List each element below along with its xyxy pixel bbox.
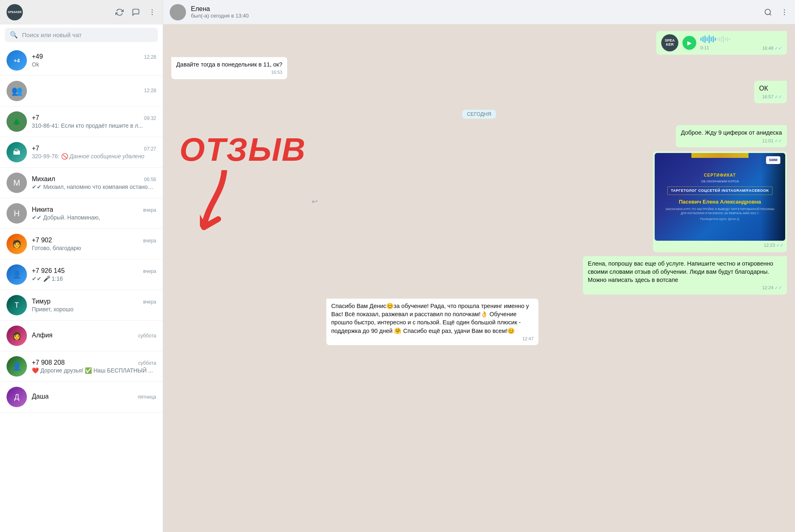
audio-message: SPEAKER ▶	[656, 31, 787, 55]
search-bar: 🔍	[0, 24, 163, 45]
chat-item[interactable]: +4 +49 12:28 Ok	[0, 45, 163, 76]
avatar: М	[7, 173, 27, 193]
chat-name: +7 902	[32, 237, 52, 244]
chat-name: +7	[32, 145, 39, 152]
chat-item[interactable]: 🌲 +7 09:32 310-86-41: Если кто продаёт п…	[0, 106, 163, 137]
message-row: Давайте тогда в понедельник в 11, ок? 16…	[171, 57, 787, 79]
text-message: ОК 16:57 ✓✓	[754, 81, 787, 104]
text-message: Спасибо Вам Денис😊за обучение! Рада, что…	[326, 299, 538, 346]
chat-info: Алфия суббота	[32, 332, 156, 340]
contact-avatar	[170, 4, 186, 20]
chat-info: Михаил 06:56 ✔✔ Михаил, напомню что комп…	[32, 175, 156, 190]
text-message: Елена, попрошу вас еще об услуге. Напиши…	[583, 256, 787, 295]
search-icon: 🔍	[10, 31, 18, 39]
chat-preview: Готово, благодарю	[32, 245, 156, 251]
svg-point-6	[784, 14, 785, 15]
chat-item[interactable]: 🏔 +7 07:27 320-99-76: 🚫 Данное сообщение…	[0, 137, 163, 168]
chat-item[interactable]: 👩 Алфия суббота	[0, 321, 163, 351]
chat-preview: 320-99-76: 🚫 Данное сообщение удалено	[32, 153, 156, 160]
otziv-text: ОТЗЫВ	[179, 133, 306, 166]
chat-item[interactable]: 🧑 +7 902 вчера Готово, благодарю	[0, 229, 163, 259]
search-input[interactable]	[22, 31, 153, 38]
more-options-icon[interactable]	[148, 8, 156, 16]
avatar: 🏔	[7, 142, 27, 162]
chat-info: +7 07:27 320-99-76: 🚫 Данное сообщение у…	[32, 145, 156, 160]
chat-time: вчера	[143, 238, 156, 244]
svg-point-1	[152, 12, 153, 13]
contact-info: Елена был(-а) сегодня в 13:40	[191, 5, 759, 19]
avatar: +4	[7, 50, 27, 71]
message-row: Доброе. Жду 9 циферок от анидеска 11:01 …	[326, 125, 787, 147]
chat-item[interactable]: 👤 +7 908 208 суббота ❤️ Дорогие друзья! …	[0, 351, 163, 382]
chat-info: +7 908 208 суббота ❤️ Дорогие друзья! ✅ …	[32, 359, 156, 374]
chat-time: 12:28	[144, 54, 156, 60]
message-row: Елена, попрошу вас еще об услуге. Напиши…	[326, 256, 787, 295]
chat-name: Алфия	[32, 332, 53, 339]
chat-time: пятница	[138, 394, 156, 400]
chat-icon[interactable]	[132, 8, 140, 16]
otziv-arrow	[200, 170, 306, 245]
chat-item[interactable]: 👥 12:28	[0, 76, 163, 106]
message-text: ОК	[759, 85, 768, 92]
image-message: SMM СЕРТИФИКАТ ОБ ОКОНЧАНИИ КУРСА ТАРГЕТ…	[653, 151, 787, 252]
chat-preview: ❤️ Дорогие друзья! ✅ Наш БЕСПЛАТНЫЙ ...	[32, 367, 156, 374]
message-text: Спасибо Вам Денис😊за обучение! Рада, что…	[331, 303, 529, 334]
avatar: 👥	[7, 81, 27, 101]
waveform: 0:11	[700, 34, 758, 51]
chat-info: +49 12:28 Ok	[32, 53, 156, 68]
chat-time: вчера	[143, 268, 156, 274]
message-time: 16:57 ✓✓	[759, 94, 782, 100]
chat-item[interactable]: Д Даша пятница	[0, 382, 163, 412]
read-receipt-icon: ✓✓	[775, 45, 782, 51]
svg-point-4	[784, 9, 785, 10]
chat-name: Даша	[32, 393, 49, 400]
chat-item[interactable]: 👤 +7 926 145 вчера ✔✔ 🎤 1:16	[0, 259, 163, 290]
chat-preview: ✔✔ 🎤 1:16	[32, 275, 156, 282]
chat-name: +49	[32, 53, 43, 60]
chat-name: +7 908 208	[32, 359, 65, 366]
avatar: Н	[7, 203, 27, 224]
search-messages-icon[interactable]	[764, 8, 772, 16]
avatar: 🧑	[7, 234, 27, 254]
svg-point-0	[152, 9, 153, 11]
svg-point-5	[784, 11, 785, 13]
message-row: SPEAKER ▶	[171, 31, 787, 55]
cert-subtitle: ОБ ОКОНЧАНИИ КУРСА	[701, 179, 739, 184]
avatar: 🌲	[7, 111, 27, 132]
chat-item[interactable]: Т Тимур вчера Привет, хорошо	[0, 290, 163, 321]
messages-area: SPEAKER ▶	[163, 24, 795, 532]
more-options-chat-icon[interactable]	[780, 8, 788, 16]
chat-name: +7 926 145	[32, 267, 65, 275]
chat-name: Михаил	[32, 175, 55, 183]
chat-preview: ✔✔ Добрый. Напоминаю,	[32, 214, 156, 221]
play-button[interactable]: ▶	[682, 36, 696, 50]
cert-course: ТАРГЕТОЛОГ СОЦСЕТЕЙ INSTAGRAM/FACEBOOK	[667, 186, 773, 195]
read-receipt-icon: ✓✓	[776, 242, 784, 248]
message-time: 11:01 ✓✓	[681, 138, 782, 144]
avatar: Т	[7, 295, 27, 315]
chat-name: Тимур	[32, 298, 51, 305]
chat-preview: 310-86-41: Если кто продаёт пишите в л..…	[32, 122, 156, 129]
chat-header: Елена был(-а) сегодня в 13:40	[163, 0, 795, 24]
chat-info: Даша пятница	[32, 393, 156, 401]
chat-info: +7 902 вчера Готово, благодарю	[32, 237, 156, 251]
message-row: ОК 16:57 ✓✓	[171, 81, 787, 104]
text-message: Давайте тогда в понедельник в 11, ок? 16…	[171, 57, 287, 79]
avatar: Д	[7, 387, 27, 407]
chat-item[interactable]: Н Никита вчера ✔✔ Добрый. Напоминаю,	[0, 198, 163, 229]
chat-item[interactable]: М Михаил 06:56 ✔✔ Михаил, напомню что ко…	[0, 168, 163, 198]
chat-time: 06:56	[144, 177, 156, 182]
chat-info: Тимур вчера Привет, хорошо	[32, 298, 156, 313]
read-receipt-icon: ✓✓	[775, 285, 782, 291]
sync-icon[interactable]	[115, 8, 124, 16]
chat-name: Никита	[32, 206, 53, 213]
cert-instructor: Руководитель курса: Денис Д.	[700, 217, 740, 221]
message-text: Елена, попрошу вас еще об услуге. Напиши…	[588, 260, 773, 284]
message-row: Спасибо Вам Денис😊за обучение! Рада, что…	[326, 299, 787, 346]
chat-time: вчера	[143, 207, 156, 213]
avatar: 👩	[7, 326, 27, 346]
svg-point-3	[765, 9, 771, 14]
chat-list: +4 +49 12:28 Ok 👥 12:28	[0, 45, 163, 532]
date-badge: СЕГОДНЯ	[462, 110, 496, 119]
forward-icon[interactable]: ↩	[312, 197, 318, 206]
